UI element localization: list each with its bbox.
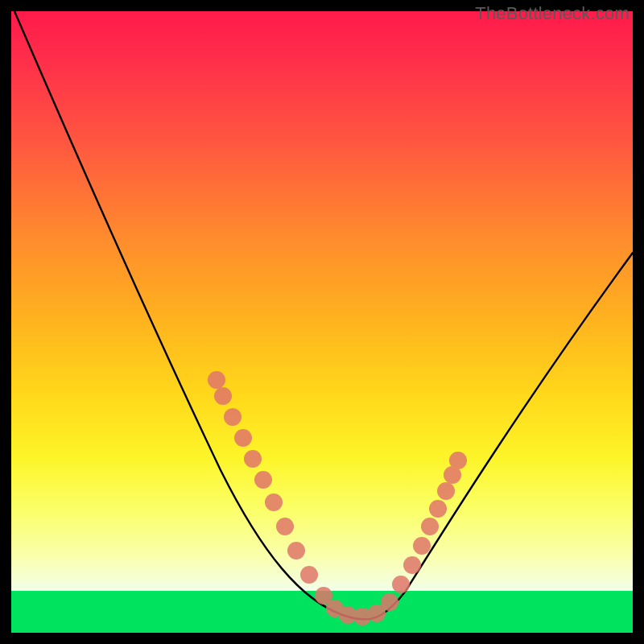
svg-point-16 [392,576,410,593]
svg-point-23 [449,452,467,469]
svg-point-3 [234,429,252,447]
bottleneck-curve [14,11,633,619]
svg-point-4 [244,450,262,468]
svg-point-2 [224,408,242,426]
svg-point-15 [381,593,398,611]
svg-point-20 [429,500,447,518]
svg-point-21 [437,482,455,500]
svg-point-9 [300,566,318,584]
watermark-text: TheBottleneck.com [475,3,630,24]
svg-point-5 [254,471,272,489]
svg-point-6 [265,493,283,511]
chart-frame: TheBottleneck.com [0,0,644,644]
svg-point-17 [403,556,421,574]
svg-point-19 [421,518,439,535]
svg-point-7 [276,518,294,535]
svg-point-8 [287,542,305,559]
scatter-left-arm [208,371,332,605]
svg-point-1 [214,387,232,405]
curve-layer [11,11,633,633]
scatter-bottom [326,600,386,625]
svg-point-18 [413,537,431,555]
scatter-right-arm [381,452,467,611]
svg-point-0 [208,371,225,389]
